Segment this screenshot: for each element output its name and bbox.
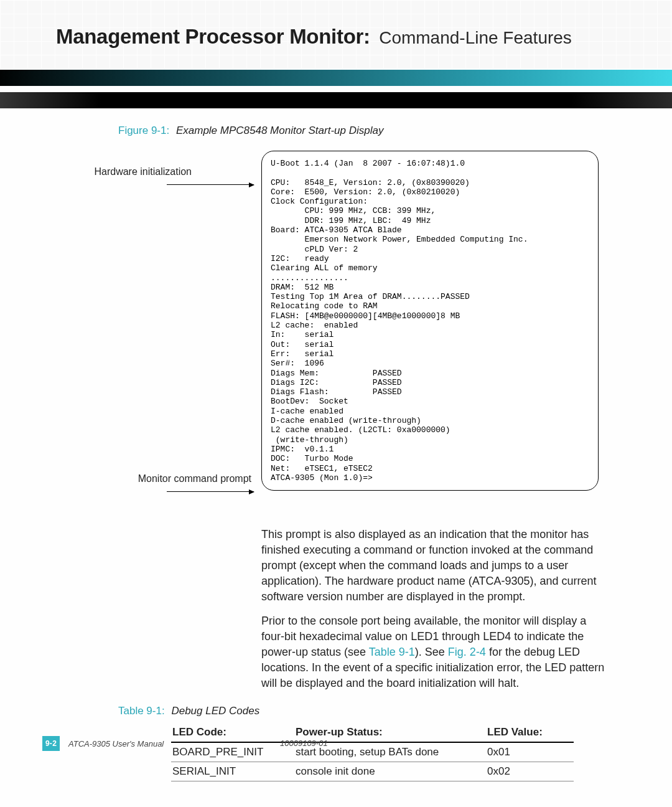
td-powerup: console init done <box>294 762 486 781</box>
callout-hardware-init: Hardware initialization <box>56 166 254 190</box>
ref-link-table-9-1[interactable]: Table 9-1 <box>369 646 415 658</box>
page-footer: 9-2 ATCA-9305 User's Manual 10009109-01 <box>42 736 622 753</box>
table-caption: Table 9-1: Debug LED Codes <box>56 705 610 717</box>
manual-name: ATCA-9305 User's Manual <box>68 739 164 748</box>
arrow-icon <box>167 491 254 492</box>
callout-monitor-prompt: Monitor command prompt <box>56 473 254 497</box>
td-led-value: 0x02 <box>486 762 574 781</box>
teal-gradient-bar <box>0 70 672 86</box>
table-title: Debug LED Codes <box>171 705 259 717</box>
doc-number: 10009109-01 <box>280 739 328 748</box>
td-led-code: SERIAL_INIT <box>171 762 294 781</box>
chapter-title-light: Command-Line Features <box>379 28 572 47</box>
figure-number: Figure 9-1: <box>118 125 169 136</box>
footer-left: 9-2 ATCA-9305 User's Manual <box>42 736 164 751</box>
figure-caption: Figure 9-1: Example MPC8548 Monitor Star… <box>56 125 610 137</box>
black-gradient-bar <box>0 92 672 108</box>
page-header: Management Processor Monitor: Command-Li… <box>56 25 622 49</box>
body-paragraph-2: Prior to the console port being availabl… <box>261 613 610 691</box>
callout-label: Monitor command prompt <box>56 473 254 484</box>
arrow-icon <box>167 184 254 185</box>
figure-title: Example MPC8548 Monitor Start-up Display <box>176 125 384 136</box>
table-row: SERIAL_INIT console init done 0x02 <box>171 762 574 781</box>
para-text: ). See <box>415 646 448 658</box>
callout-label: Hardware initialization <box>56 166 254 177</box>
chapter-title-bold: Management Processor Monitor: <box>56 25 370 48</box>
table-number: Table 9-1: <box>118 705 165 717</box>
body-paragraph-1: This prompt is also displayed as an indi… <box>261 527 610 605</box>
ref-link-fig-2-4[interactable]: Fig. 2-4 <box>448 646 486 658</box>
terminal-output: U-Boot 1.1.4 (Jan 8 2007 - 16:07:48)1.0 … <box>261 151 599 491</box>
figure-9-1: Hardware initialization Monitor command … <box>56 151 610 511</box>
page-number-badge: 9-2 <box>42 736 60 751</box>
content-area: Figure 9-1: Example MPC8548 Monitor Star… <box>56 125 610 781</box>
